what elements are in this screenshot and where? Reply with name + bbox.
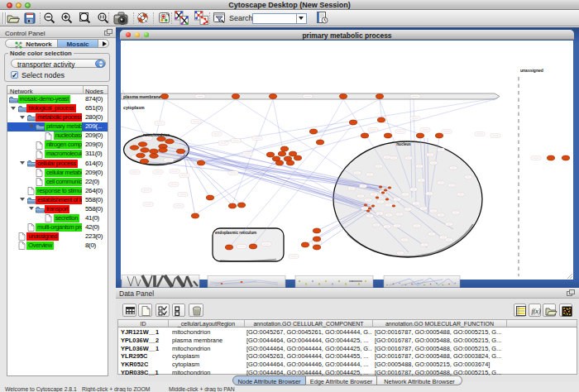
svg-text:cytoplasm: cytoplasm [123,105,145,110]
svg-text:nucleus: nucleus [396,142,411,146]
svg-text:unassigned: unassigned [520,68,543,73]
svg-text:f(x): f(x) [531,308,540,315]
svg-text:endoplasmic reticulum: endoplasmic reticulum [215,231,256,235]
svg-text:plasma membrane: plasma membrane [123,94,161,99]
svg-text:mitochondrion: mitochondrion [143,133,170,137]
